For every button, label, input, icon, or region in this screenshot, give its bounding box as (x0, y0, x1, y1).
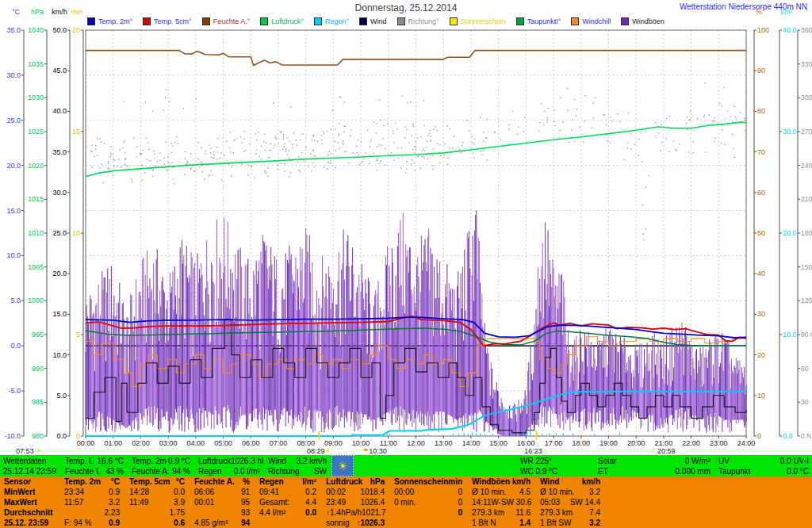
svg-text:70: 70 (757, 148, 765, 156)
status-label: 25.12.14 23:59 (3, 466, 56, 476)
table-row: 00:000 (390, 487, 466, 497)
status-filler (355, 455, 515, 476)
row-label: MinWert (4, 487, 35, 497)
svg-text:20:00: 20:00 (627, 439, 645, 447)
table-row: 23:340.9 (60, 487, 124, 497)
svg-text:10:00: 10:00 (352, 439, 370, 447)
legend-item-3: Luftdruck° (260, 17, 304, 25)
svg-text:30: 30 (801, 398, 809, 406)
cell-value: SW 14.4 (570, 497, 600, 507)
table-column-temp-5cm: Temp. 5cm°C14:280.011:493.91.750.6 (125, 476, 189, 528)
table-row: 1 Bft N1.4 (468, 518, 534, 528)
table-filler (606, 476, 812, 528)
svg-text:03:00: 03:00 (159, 439, 178, 447)
svg-text:13:00: 13:00 (435, 439, 453, 447)
svg-text:240: 240 (801, 162, 812, 170)
svg-text:180 S: 180 S (801, 229, 812, 237)
table-column-sonnenschein: Sonnenscheinmin00:0000 min.00 (390, 476, 466, 528)
status-label: Temp. I. (65, 456, 94, 466)
axis-lm: l/m²40.030.020.010.00.0 (779, 8, 797, 440)
table-row: sonnig↑1026.3 (322, 518, 389, 528)
cell-value: 91 (241, 487, 250, 497)
legend-label: Sonnenschein (461, 17, 506, 25)
axis-: %1009080706050403020100 (754, 8, 769, 440)
svg-text:30: 30 (757, 310, 765, 318)
table-row: 279.3 km11.6 (468, 507, 534, 518)
svg-text:00:00: 00:00 (77, 439, 95, 447)
legend-item-5: Wind (359, 17, 387, 25)
cell-time: ↑1.4hPa/h (326, 507, 362, 518)
annotation-1030: ☂10:30 (362, 447, 387, 455)
status-cell-wetterdaten: Wetterdaten25.12.14 23:59 (0, 455, 60, 476)
svg-text:1005: 1005 (28, 263, 44, 271)
cell-time: 4.85 g/m³ (194, 518, 228, 528)
svg-text:40: 40 (757, 270, 765, 277)
status-label: Feuchte A. (132, 466, 170, 476)
cell-value: 0.0 (305, 507, 316, 518)
svg-text:10: 10 (72, 229, 80, 237)
legend-swatch-icon (516, 17, 524, 25)
table-column-luftdruck: LuftdruckhPa00:021018.423:491026.4↑1.4hP… (322, 476, 389, 528)
table-row: 0 (390, 507, 466, 518)
table-row: 2.23 (60, 507, 124, 518)
table-column-feuchte-a-: Feuchte A.%06:069100:0195934.85 g/m³94 (190, 476, 254, 528)
status-value: 94 % (172, 466, 190, 476)
legend-swatch-icon (397, 17, 405, 25)
table-column-regen: Regenl/m²09:410.2Gesamt:4.44.4 l/m²0.0 (255, 476, 320, 528)
svg-text:1010: 1010 (28, 229, 44, 237)
svg-text:60: 60 (801, 365, 809, 373)
svg-text:1020: 1020 (28, 162, 44, 170)
cell-value: 7.4 (589, 507, 600, 518)
status-bar: Wetterdaten25.12.14 23:59Temp. I.16.6 °C… (0, 455, 812, 476)
cell-value: 1.75 (170, 507, 185, 518)
table-row: 4.85 g/m³94 (190, 518, 254, 528)
umbrella-icon: ☂ (362, 447, 369, 455)
annotation-0829: 08:29☀ (307, 447, 331, 455)
cell-time: 279.3 km (472, 507, 504, 518)
legend-swatch-icon (571, 17, 579, 25)
svg-text:06:00: 06:00 (242, 439, 260, 447)
status-cell-wind: Wind3.2 km/hRichtungSW (265, 455, 330, 476)
status-value: 0.000 mm (676, 466, 710, 476)
legend-item-10: Windböen (621, 17, 665, 25)
svg-text:17:00: 17:00 (545, 439, 563, 447)
status-cell-uv-taupunkt: UV0.0 UV-ITaupunkt0.0 °C (715, 455, 812, 476)
svg-text:1040: 1040 (28, 26, 44, 34)
status-cell-solar-et: Solar0 W/m²ET0.000 mm (595, 455, 714, 476)
status-label: Wetterdaten (3, 456, 46, 466)
legend-label: Feuchte A.° (213, 17, 251, 25)
svg-text:21:00: 21:00 (655, 439, 673, 447)
weather-app: Donnerstag, 25.12.2014 Wetterstation Nie… (0, 0, 812, 528)
legend-swatch-icon (143, 17, 151, 25)
cell-value: 0.9 (109, 518, 120, 528)
status-label: Feuchte I. (65, 466, 100, 476)
status-value: 0.0 °C (787, 466, 809, 476)
series-windboeen (86, 210, 746, 436)
table-row: 1.75 (125, 507, 189, 518)
svg-text:22:00: 22:00 (682, 439, 700, 447)
axis-min: min20151050 (71, 8, 83, 440)
table-row: 00:021018.4 (322, 487, 389, 497)
svg-text:01:00: 01:00 (104, 439, 122, 447)
svg-text:25.0: 25.0 (52, 229, 67, 237)
cell-value: 4.4 (305, 497, 316, 507)
annotation-1623: 16:23☼ (524, 447, 549, 455)
legend-item-2: Feuchte A.° (202, 17, 251, 25)
cell-value: 0.2 (305, 487, 316, 497)
svg-text:07:00: 07:00 (270, 439, 288, 447)
axis-hPa: hPa1040103510301025102010151010100510009… (28, 8, 47, 440)
svg-text:40.0: 40.0 (52, 107, 67, 115)
sun-icon: ☀ (36, 447, 42, 455)
legend-item-7: Sonnenschein (450, 17, 506, 25)
weather-chart: °C35.030.025.020.015.010.05.00.0-5.0-10.… (0, 0, 812, 455)
table-row: Ø 10 min.4.5 (468, 487, 534, 497)
svg-text:10.0: 10.0 (783, 331, 797, 339)
svg-text:300: 300 (801, 94, 812, 101)
row-label: MaxWert (4, 497, 37, 507)
status-value: 1026.3 hPa (231, 456, 263, 466)
svg-text:20: 20 (757, 351, 765, 359)
svg-text:10.0: 10.0 (6, 251, 21, 259)
svg-text:35.0: 35.0 (6, 26, 21, 34)
svg-text:09:00: 09:00 (324, 439, 343, 447)
svg-text:04:00: 04:00 (187, 439, 205, 447)
